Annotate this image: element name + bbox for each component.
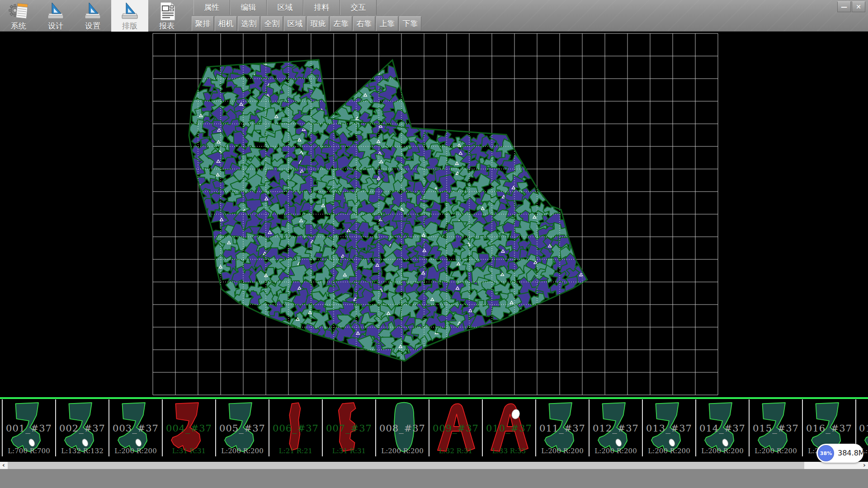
nesting-canvas[interactable] — [0, 32, 868, 398]
report-document-icon — [156, 1, 177, 21]
memory-badge[interactable]: 38% 384.8M — [816, 444, 863, 463]
memory-usage-label: 384.8M — [838, 449, 865, 457]
piece-thumbnail-shape — [7, 401, 52, 454]
thumbnail-cell[interactable]: 015_#37L:200 R:200 — [749, 399, 802, 456]
piece-thumbnail-shape — [220, 401, 265, 454]
thumbnail-cell[interactable]: 011_#37L:200 R:200 — [535, 399, 589, 456]
app-nav-report[interactable]: 报表 — [148, 0, 185, 32]
tool-align-top[interactable]: 上靠 — [376, 16, 398, 31]
piece-thumbnail-shape — [434, 401, 479, 454]
piece-thumbnail-shape — [700, 401, 745, 454]
thumbnail-cell[interactable]: 013_#37L:200 R:200 — [642, 399, 695, 456]
tool-defect[interactable]: 瑕疵 — [307, 16, 329, 31]
scroll-right-arrow[interactable]: › — [861, 462, 868, 469]
piece-thumbnail-shape — [594, 401, 639, 454]
memory-percent-circle: 38% — [818, 445, 834, 461]
horizontal-scrollbar[interactable]: ‹ › — [0, 462, 868, 469]
titlebar: 系统 设计 设置 — [0, 0, 868, 32]
nested-pieces — [187, 52, 592, 365]
piece-thumbnail-shape — [380, 401, 425, 454]
tool-align-right[interactable]: 右靠 — [353, 16, 375, 31]
app-nav-system-label: 系统 — [11, 21, 26, 30]
thumbnail-cell[interactable]: 003_#37L:200 R:200 — [108, 399, 162, 456]
tool-cut-all[interactable]: 全割 — [261, 16, 283, 31]
piece-thumbnail-shape — [540, 401, 585, 454]
app-nav-settings-label: 设置 — [85, 21, 100, 30]
app-nav-settings[interactable]: 设置 — [74, 0, 111, 32]
system-gear-icon — [8, 1, 29, 21]
piece-thumbnail-shape — [60, 401, 105, 454]
piece-thumbnail-shape — [113, 401, 159, 454]
thumbnail-cell[interactable]: 005_#37L:200 R:200 — [215, 399, 269, 456]
thumbnail-cell[interactable]: 007_#37L:31 R:31 — [322, 399, 375, 456]
piece-thumbnail-shape — [860, 401, 868, 454]
piece-thumbnail-shape — [754, 401, 799, 454]
piece-thumbnail-shape — [274, 401, 319, 454]
piece-thumbnail-shape — [327, 401, 372, 454]
status-bar — [0, 469, 868, 488]
minimize-button[interactable]: — — [837, 1, 851, 12]
close-button[interactable]: ✕ — [852, 1, 865, 12]
menu-tab-edit[interactable]: 编辑 — [230, 0, 267, 15]
tool-button-row: 聚排 相机 选割 全割 区域 瑕疵 左靠 右靠 上靠 下靠 — [192, 16, 422, 32]
piece-thumbnail-strip: 001_#37L:700 R:700002_#37L:132 R:132003_… — [0, 399, 868, 456]
app-nav-system[interactable]: 系统 — [0, 0, 37, 32]
piece-thumbnail-shape — [647, 401, 692, 454]
thumbnail-cell[interactable]: 002_#37L:132 R:132 — [55, 399, 108, 456]
scroll-left-arrow[interactable]: ‹ — [0, 462, 7, 469]
thumbnail-cell[interactable]: 012_#37L:200 R:200 — [589, 399, 642, 456]
thumbnail-cell[interactable]: 006_#37L:21 R:21 — [269, 399, 322, 456]
tool-cut-selected[interactable]: 选割 — [238, 16, 260, 31]
tool-cluster-nest[interactable]: 聚排 — [192, 16, 214, 31]
setsquare-icon — [82, 1, 103, 21]
nesting-canvas-svg[interactable] — [0, 32, 868, 398]
menu-tab-bar: 属性 编辑 区域 排料 交互 — [193, 0, 377, 15]
menu-tab-interact[interactable]: 交互 — [340, 0, 377, 15]
setsquare-icon — [119, 1, 140, 21]
menu-tab-region[interactable]: 区域 — [267, 0, 303, 15]
app-nav-design[interactable]: 设计 — [37, 0, 74, 32]
tool-camera[interactable]: 相机 — [215, 16, 237, 31]
tool-align-bottom[interactable]: 下靠 — [399, 16, 421, 31]
app-nav-report-label: 报表 — [159, 21, 175, 30]
thumbnail-cell[interactable]: 008_#37L:200 R:200 — [375, 399, 429, 456]
strip-separator-line — [0, 397, 868, 399]
piece-thumbnail-shape — [167, 401, 212, 454]
thumbnail-cell[interactable]: 009_#37L:32 R:31 — [429, 399, 482, 456]
thumbnail-cell[interactable]: 010_#37L:33 R:33 — [482, 399, 535, 456]
setsquare-icon — [45, 1, 66, 21]
thumbnail-cell[interactable]: 001_#37L:700 R:700 — [2, 399, 55, 456]
menu-tab-properties[interactable]: 属性 — [193, 0, 230, 15]
app-nav-nesting[interactable]: 排版 — [111, 0, 148, 32]
app-nav-nesting-label: 排版 — [122, 21, 137, 30]
horizontal-scrollbar-thumb[interactable] — [8, 462, 804, 469]
app-nav-design-label: 设计 — [48, 21, 63, 30]
menu-tab-nesting[interactable]: 排料 — [303, 0, 340, 15]
piece-thumbnail-shape — [487, 401, 532, 454]
memory-percent-label: 38% — [820, 450, 832, 456]
tool-zone[interactable]: 区域 — [284, 16, 306, 31]
tool-align-left[interactable]: 左靠 — [330, 16, 352, 31]
thumbnail-cell[interactable]: 004_#37L:31 R:31 — [162, 399, 215, 456]
thumbnail-cell[interactable]: 014_#37L:200 R:200 — [695, 399, 749, 456]
